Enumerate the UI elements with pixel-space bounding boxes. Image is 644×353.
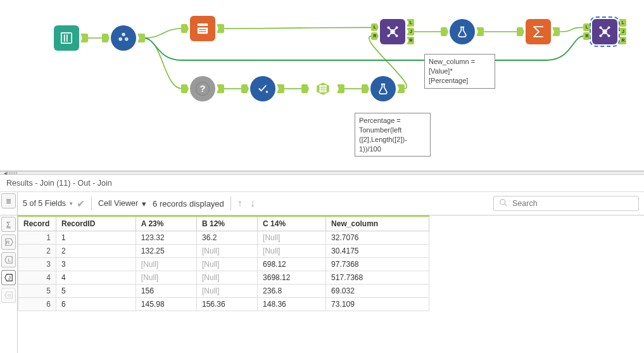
cell[interactable]: [Null]: [196, 258, 257, 271]
table-row[interactable]: 11123.3236.2[Null]32.7076: [18, 231, 429, 245]
anchor-output[interactable]: [552, 27, 560, 36]
cell[interactable]: 30.4175: [326, 245, 429, 258]
anchor-input[interactable]: L: [583, 23, 591, 31]
select-tool[interactable]: [190, 16, 215, 41]
search-input[interactable]: [511, 198, 633, 209]
cell[interactable]: [Null]: [136, 271, 196, 285]
cell[interactable]: 6: [56, 298, 136, 311]
cell[interactable]: 123.32: [136, 231, 196, 245]
anchor-output[interactable]: [80, 34, 88, 42]
row-number[interactable]: 3: [18, 258, 56, 271]
cell[interactable]: 156: [136, 285, 196, 298]
cell-viewer-picker[interactable]: Cell Viewer ▾: [98, 199, 146, 209]
cell[interactable]: 4: [56, 271, 136, 285]
summarize-tool[interactable]: [526, 19, 551, 44]
tab-sigma[interactable]: Σ: [1, 217, 16, 232]
cell[interactable]: [Null]: [136, 258, 196, 271]
transpose-tool[interactable]: [310, 76, 336, 101]
anchor-output[interactable]: [397, 84, 405, 93]
table-row[interactable]: 33[Null][Null]698.1297.7368: [18, 258, 429, 271]
table-row[interactable]: 22132.25[Null][Null]30.4175: [18, 245, 429, 258]
table-row[interactable]: 66145.98156.36148.3673.109: [18, 298, 429, 311]
anchor-input[interactable]: R: [371, 32, 379, 40]
row-number[interactable]: 1: [18, 231, 56, 245]
unknown-tool[interactable]: ?: [190, 76, 215, 101]
results-table[interactable]: RecordRecordIDA 23%B 12%C 14%New_column …: [18, 215, 429, 311]
join-tool[interactable]: LRLJR: [380, 19, 405, 44]
record-id-tool[interactable]: 123: [111, 25, 136, 51]
cell[interactable]: 236.8: [258, 285, 326, 298]
tab-metadata[interactable]: ≣: [1, 193, 16, 209]
cell[interactable]: 69.032: [326, 285, 429, 298]
cell[interactable]: 36.2: [196, 231, 257, 245]
workflow-canvas[interactable]: 123LRLJRLRLJR? New_column = [Value]* [Pe…: [0, 0, 644, 171]
cell[interactable]: [Null]: [196, 245, 257, 258]
anchor-input[interactable]: [181, 84, 189, 93]
row-number[interactable]: 6: [18, 298, 56, 311]
data-cleansing-tool[interactable]: [250, 76, 275, 101]
column-header[interactable]: RecordID: [56, 216, 136, 231]
tab-l[interactable]: L: [1, 252, 16, 267]
anchor-output[interactable]: L: [407, 19, 414, 27]
arrow-up-icon[interactable]: ↑: [237, 198, 243, 209]
column-header[interactable]: C 14%: [258, 216, 326, 231]
cell[interactable]: [Null]: [196, 271, 257, 285]
anchor-output[interactable]: [476, 27, 484, 36]
cell[interactable]: 73.109: [326, 298, 429, 311]
input-data-tool[interactable]: [54, 25, 79, 51]
column-header[interactable]: A 23%: [136, 216, 196, 231]
fields-picker[interactable]: 5 of 5 Fields ▾ ✔: [23, 198, 85, 210]
table-row[interactable]: 44[Null][Null]3698.12517.7368: [18, 271, 429, 285]
anchor-input[interactable]: L: [371, 23, 379, 31]
cell[interactable]: 145.98: [136, 298, 196, 311]
anchor-input[interactable]: [102, 34, 110, 42]
anchor-output[interactable]: L: [619, 19, 626, 27]
anchor-input[interactable]: [181, 24, 189, 33]
row-number[interactable]: 4: [18, 271, 56, 285]
cell[interactable]: 148.36: [258, 298, 326, 311]
arrow-down-icon[interactable]: ↓: [250, 198, 255, 209]
cell[interactable]: 698.12: [258, 258, 326, 271]
anchor-output[interactable]: [137, 34, 145, 42]
tab-j[interactable]: J: [1, 270, 16, 285]
column-header[interactable]: Record: [18, 216, 56, 231]
column-header[interactable]: New_column: [326, 216, 429, 231]
anchor-input[interactable]: [241, 84, 249, 93]
anchor-input[interactable]: [517, 27, 524, 36]
tab-r[interactable]: R: [1, 288, 16, 303]
cell[interactable]: [Null]: [196, 285, 257, 298]
anchor-output[interactable]: R: [407, 37, 414, 44]
cell[interactable]: 156.36: [196, 298, 257, 311]
connection-wire[interactable]: [144, 38, 182, 89]
row-number[interactable]: 2: [18, 245, 56, 258]
cell[interactable]: 517.7368: [326, 271, 429, 285]
column-header[interactable]: B 12%: [196, 216, 257, 231]
anchor-input[interactable]: [441, 27, 448, 36]
cell[interactable]: 1: [56, 231, 136, 245]
anchor-output[interactable]: R: [619, 37, 626, 44]
anchor-input[interactable]: [301, 84, 309, 93]
cell[interactable]: [Null]: [258, 231, 326, 245]
cell[interactable]: 5: [56, 285, 136, 298]
formula-tool[interactable]: [450, 19, 475, 44]
cell[interactable]: 132.25: [136, 245, 196, 258]
cell[interactable]: 97.7368: [326, 258, 429, 271]
connection-wire[interactable]: [144, 29, 182, 38]
anchor-output[interactable]: [277, 84, 284, 93]
cell[interactable]: 2: [56, 245, 136, 258]
join-tool-2[interactable]: LRLJR: [592, 19, 617, 44]
tab-r-out[interactable]: R: [1, 234, 16, 250]
cell[interactable]: [Null]: [258, 245, 326, 258]
anchor-output[interactable]: J: [407, 28, 414, 35]
anchor-output[interactable]: J: [619, 28, 626, 35]
connection-wire[interactable]: [223, 27, 372, 29]
anchor-output[interactable]: [217, 84, 224, 93]
anchor-input[interactable]: R: [583, 32, 591, 40]
formula-tool-2[interactable]: [370, 76, 396, 101]
cell[interactable]: 3698.12: [258, 271, 326, 285]
row-number[interactable]: 5: [18, 285, 56, 298]
anchor-input[interactable]: [362, 84, 369, 93]
cell[interactable]: 3: [56, 258, 136, 271]
connection-wire[interactable]: [559, 27, 584, 32]
anchor-output[interactable]: [337, 84, 344, 93]
